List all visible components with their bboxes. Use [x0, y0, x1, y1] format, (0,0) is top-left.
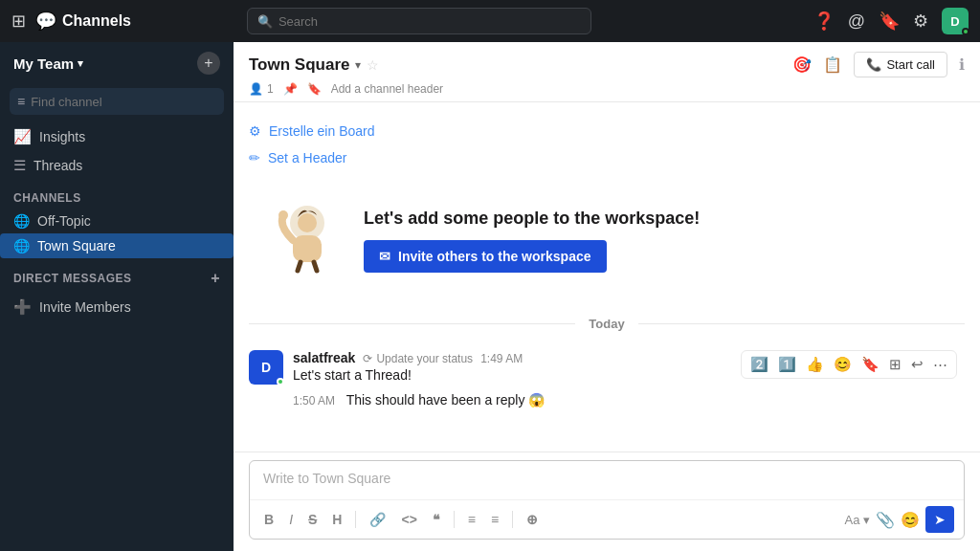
message-actions: 2️⃣ 1️⃣ 👍 😊 🔖 ⊞ ↩ ⋯: [741, 350, 957, 379]
sidebar-item-insights[interactable]: 📈 Insights: [0, 122, 234, 151]
toolbar-divider: [512, 511, 513, 528]
more-msg-button[interactable]: ⋯: [930, 354, 950, 375]
divider-line: [638, 323, 965, 324]
topbar: ⊞ 💬 Channels 🔍 ❓ @ 🔖 ⚙ D: [0, 0, 980, 42]
notes-icon[interactable]: 📋: [823, 55, 842, 74]
sidebar-channel-off-topic[interactable]: 🌐 Off-Topic: [0, 209, 234, 233]
grid-msg-button[interactable]: ⊞: [886, 354, 904, 375]
create-board-label: Erstelle ein Board: [269, 123, 375, 139]
sidebar-item-label: Threads: [33, 158, 82, 173]
sidebar-channel-town-square[interactable]: 🌐 Town Square: [0, 233, 234, 258]
add-header-label[interactable]: Add a channel header: [331, 82, 443, 96]
bullet-list-button[interactable]: ≡: [463, 509, 480, 530]
text-size-button[interactable]: Aa ▾: [844, 513, 870, 527]
star-icon[interactable]: ☆: [367, 57, 379, 73]
add-button[interactable]: +: [197, 52, 220, 75]
emoji-button[interactable]: 😊: [831, 354, 855, 375]
workspace-promo: Let's add some people to the workspace! …: [249, 179, 965, 301]
thumbsup-button[interactable]: 👍: [803, 354, 827, 375]
reply-button[interactable]: ↩: [908, 354, 926, 375]
create-board-action[interactable]: ⚙ Erstelle ein Board: [249, 118, 965, 144]
invite-members-button[interactable]: ➕ Invite Members: [0, 291, 234, 323]
italic-button[interactable]: I: [284, 509, 298, 530]
plus-icon: ➕: [13, 298, 32, 316]
compose-box: Write to Town Square B I S H 🔗 <> ❝ ≡ ≡ …: [249, 460, 965, 540]
message-row: D salatfreak ⟳ Update your status 1:49 A…: [249, 346, 965, 388]
insights-icon: 📈: [13, 128, 32, 145]
attach-button[interactable]: 📎: [876, 511, 895, 529]
set-header-action[interactable]: ✏ Set a Header: [249, 144, 965, 171]
mention-icon[interactable]: @: [848, 11, 865, 32]
reply-text: This should have been a reply 😱: [346, 392, 546, 408]
team-selector[interactable]: My Team ▾ +: [0, 42, 234, 84]
person-icon: 👤: [249, 82, 263, 96]
link-button[interactable]: 🔗: [365, 509, 390, 530]
promo-heading: Let's add some people to the workspace!: [364, 209, 700, 229]
find-channel-input[interactable]: [31, 95, 216, 109]
message-status[interactable]: ⟳ Update your status: [363, 352, 473, 365]
sync-icon: ⟳: [363, 352, 372, 365]
channel-header: Town Square ▾ ☆ 🎯 📋 📞 Start call ℹ 👤: [234, 42, 980, 102]
grid-icon[interactable]: ⊞: [11, 11, 26, 32]
add-dm-icon[interactable]: +: [211, 270, 220, 287]
send-button[interactable]: ➤: [925, 506, 954, 533]
member-number: 1: [267, 82, 274, 96]
sidebar-item-label: Insights: [39, 129, 85, 144]
illustration: [264, 202, 341, 278]
search-icon: 🔍: [257, 14, 273, 29]
reply-time: 1:50 AM: [293, 394, 335, 408]
bookmark-icon[interactable]: 🔖: [879, 11, 900, 32]
pin-icon[interactable]: 📌: [283, 82, 298, 96]
bookmark-sub-icon[interactable]: 🔖: [307, 82, 322, 96]
invite-workspace-button[interactable]: ✉ Invite others to the workspace: [364, 240, 607, 273]
bold-button[interactable]: B: [259, 509, 278, 530]
target-icon[interactable]: 🎯: [792, 55, 812, 74]
strikethrough-button[interactable]: S: [303, 509, 322, 530]
heading-button[interactable]: H: [327, 509, 346, 530]
channel-name: Off-Topic: [37, 213, 91, 229]
channel-area: Town Square ▾ ☆ 🎯 📋 📞 Start call ℹ 👤: [234, 42, 980, 551]
code-button[interactable]: <>: [396, 509, 421, 530]
sidebar: My Team ▾ + ≡ 📈 Insights ☰ Threads CHANN…: [0, 42, 234, 551]
find-channel-bar[interactable]: ≡: [10, 88, 224, 115]
info-icon[interactable]: ℹ: [959, 55, 965, 74]
bookmark-msg-button[interactable]: 🔖: [858, 354, 882, 375]
divider-line: [249, 323, 575, 324]
message-reply-row: 1:50 AM This should have been a reply 😱: [249, 388, 965, 411]
invite-btn-label: Invite others to the workspace: [398, 249, 591, 264]
search-input[interactable]: [278, 14, 581, 29]
member-count[interactable]: 👤 1: [249, 82, 274, 96]
channels-header-label: CHANNELS: [13, 191, 81, 205]
filter-icon[interactable]: ≡: [17, 94, 25, 109]
today-divider: Today: [249, 317, 965, 331]
online-dot: [277, 378, 284, 386]
app-logo: 💬 Channels: [35, 11, 131, 32]
emoji-picker-button[interactable]: 😊: [901, 511, 920, 529]
start-call-button[interactable]: 📞 Start call: [854, 52, 947, 77]
globe-icon: 🌐: [13, 238, 30, 253]
chevron-down-icon[interactable]: ▾: [355, 58, 361, 72]
search-bar[interactable]: 🔍: [247, 8, 591, 34]
avatar: D: [249, 350, 283, 385]
toolbar-divider: [454, 511, 455, 528]
chevron-down-icon: ▾: [78, 57, 83, 70]
channel-title: Town Square: [249, 55, 349, 75]
sidebar-item-threads[interactable]: ☰ Threads: [0, 151, 234, 180]
message-author: salatfreak: [293, 350, 355, 365]
compose-input[interactable]: Write to Town Square: [250, 461, 964, 499]
help-icon[interactable]: ❓: [813, 11, 835, 32]
quote-button[interactable]: ❝: [428, 509, 445, 530]
envelope-icon: ✉: [379, 249, 390, 264]
channels-section-header[interactable]: CHANNELS: [0, 180, 234, 209]
numbered-list-button[interactable]: ≡: [486, 509, 503, 530]
channel-header-actions: 🎯 📋 📞 Start call ℹ: [792, 52, 965, 77]
set-header-label: Set a Header: [268, 150, 347, 165]
reaction-1-button[interactable]: 1️⃣: [775, 354, 799, 375]
phone-icon: 📞: [866, 57, 881, 72]
reaction-2-button[interactable]: 2️⃣: [747, 354, 771, 375]
more-formatting-button[interactable]: ⊕: [522, 509, 543, 530]
svg-point-3: [278, 210, 288, 220]
settings-icon[interactable]: ⚙: [913, 11, 928, 32]
chat-icon: 💬: [35, 11, 56, 32]
avatar[interactable]: D: [942, 8, 969, 34]
